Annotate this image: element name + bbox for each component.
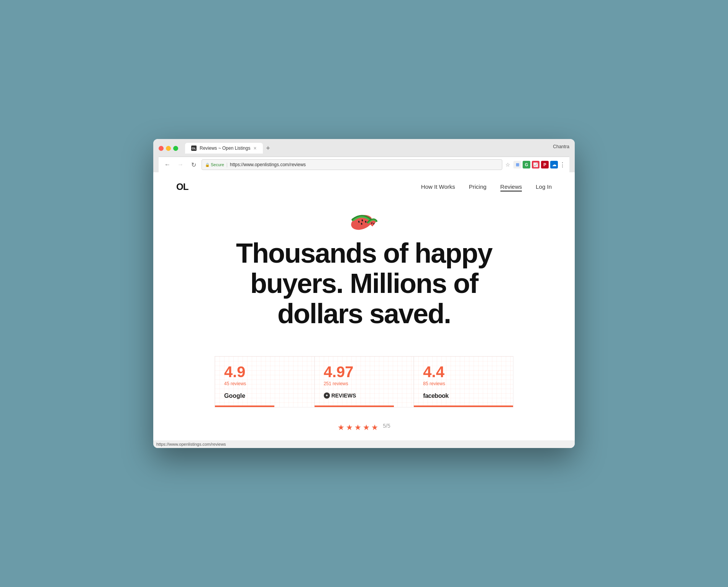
google-platform: Google [224, 392, 305, 399]
browser-toolbar: ← → ↻ 🔒 Secure | https://www.openlisting… [159, 157, 569, 172]
address-bar[interactable]: 🔒 Secure | https://www.openlistings.com/… [202, 159, 502, 170]
fullscreen-button[interactable] [173, 146, 178, 151]
minimize-button[interactable] [166, 146, 171, 151]
google-reviews: 45 reviews [224, 381, 305, 386]
reviews-count: 251 reviews [324, 381, 405, 386]
google-bar [215, 406, 274, 407]
extension-salesforce-icon[interactable]: ☁ [550, 161, 558, 168]
nav-item-how-it-works[interactable]: How It Works [421, 183, 455, 190]
extension-analytics-icon[interactable]: 📈 [532, 161, 539, 168]
close-button[interactable] [159, 146, 164, 151]
secure-badge: 🔒 Secure [205, 162, 224, 167]
reviews-bar [315, 406, 394, 407]
stat-card-facebook: 4.4 85 reviews facebook [414, 356, 513, 407]
facebook-score: 4.4 [423, 364, 504, 379]
bookmark-icon[interactable]: ☆ [505, 162, 510, 168]
forward-button[interactable]: → [175, 160, 185, 170]
star-2: ★ [346, 423, 353, 432]
star-4: ★ [363, 423, 370, 432]
stat-card-reviews: 4.97 251 reviews ✦ REVIEWS [314, 356, 414, 407]
status-url: https://www.openlistings.com/reviews [156, 442, 226, 446]
site-nav: OL How It Works Pricing Reviews Log In [153, 172, 575, 201]
extension-grid-icon[interactable]: ⊞ [513, 161, 521, 168]
google-score: 4.9 [224, 364, 305, 379]
reviews-score: 4.97 [324, 364, 405, 379]
site-logo[interactable]: OL [176, 181, 188, 192]
active-tab[interactable]: OL Reviews ~ Open Listings × [185, 143, 263, 154]
address-divider: | [226, 162, 228, 167]
lock-icon: 🔒 [205, 163, 210, 167]
nav-item-reviews[interactable]: Reviews [500, 183, 522, 190]
reviews-badge-icon: ✦ [324, 392, 330, 399]
browser-menu-button[interactable]: ⋮ [559, 161, 566, 168]
facebook-platform: facebook [423, 392, 504, 399]
nav-link-pricing[interactable]: Pricing [469, 183, 487, 190]
address-url: https://www.openlistings.com/reviews [230, 162, 306, 167]
facebook-platform-label: facebook [423, 392, 448, 399]
tab-favicon: OL [191, 146, 197, 151]
star-1: ★ [338, 423, 344, 432]
status-bar: https://www.openlistings.com/reviews [153, 440, 575, 448]
reload-button[interactable]: ↻ [189, 160, 198, 170]
reviews-platform: ✦ REVIEWS [324, 392, 405, 399]
watermelon-icon [349, 209, 379, 232]
website-content: OL How It Works Pricing Reviews Log In [153, 172, 575, 440]
nav-links: How It Works Pricing Reviews Log In [421, 183, 552, 190]
facebook-reviews: 85 reviews [423, 381, 504, 386]
nav-item-login[interactable]: Log In [536, 183, 552, 190]
hero-section: Thousands of happy buyers. Millions of d… [153, 201, 575, 345]
new-tab-button[interactable]: + [263, 143, 274, 154]
facebook-bar [414, 406, 513, 407]
toolbar-actions: ⊞ G 📈 P ☁ ⋮ [513, 161, 566, 168]
browser-window: OL Reviews ~ Open Listings × + Chantra ←… [153, 139, 575, 448]
stats-container: 4.9 45 reviews Google 4.97 251 reviews ✦… [215, 356, 513, 407]
traffic-lights [159, 146, 178, 151]
browser-user: Chantra [553, 144, 569, 152]
stats-section: 4.9 45 reviews Google 4.97 251 reviews ✦… [153, 345, 575, 415]
stat-card-google: 4.9 45 reviews Google [215, 356, 314, 407]
extension-pinterest-icon[interactable]: P [541, 161, 549, 168]
back-button[interactable]: ← [162, 160, 172, 170]
google-platform-label: Google [224, 392, 245, 399]
reviews-platform-label: REVIEWS [331, 392, 356, 399]
stars-score: 5/5 [383, 423, 390, 432]
nav-link-reviews[interactable]: Reviews [500, 183, 522, 191]
nav-item-pricing[interactable]: Pricing [469, 183, 487, 190]
browser-titlebar: OL Reviews ~ Open Listings × + Chantra [159, 143, 569, 157]
star-5: ★ [371, 423, 378, 432]
tab-close-button[interactable]: × [253, 145, 256, 151]
secure-label: Secure [211, 162, 224, 167]
hero-title: Thousands of happy buyers. Millions of d… [230, 238, 498, 329]
stars-section: ★ ★ ★ ★ ★ 5/5 [153, 415, 575, 440]
star-rating: ★ ★ ★ ★ ★ 5/5 [338, 423, 390, 432]
star-3: ★ [354, 423, 361, 432]
nav-link-login[interactable]: Log In [536, 183, 552, 190]
browser-chrome: OL Reviews ~ Open Listings × + Chantra ←… [153, 139, 575, 172]
extension-google-icon[interactable]: G [523, 161, 530, 168]
nav-link-how-it-works[interactable]: How It Works [421, 183, 455, 190]
tab-title: Reviews ~ Open Listings [200, 146, 250, 151]
tab-bar: OL Reviews ~ Open Listings × + [185, 143, 274, 154]
